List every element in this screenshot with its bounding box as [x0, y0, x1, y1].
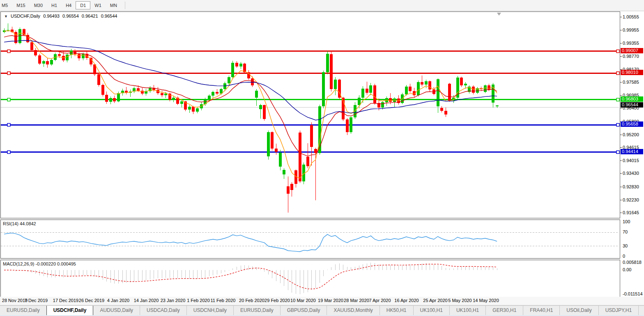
tab-15-dj30-daily[interactable]: DJ30,Daily: [638, 306, 644, 316]
level-handle-right[interactable]: [616, 72, 619, 75]
rsi-name: RSI(14): [3, 221, 18, 226]
macd-panel[interactable]: [0, 260, 620, 297]
ohlc-open: 0.96493: [43, 14, 60, 18]
tab-7-xauusd-monthly[interactable]: XAUUSD,Monthly: [327, 306, 379, 316]
price-axis[interactable]: 1.005550.999550.993550.987700.981700.975…: [620, 11, 644, 297]
candle-body: [208, 96, 211, 99]
price-tick-mark: [620, 108, 622, 108]
tab-13-usoil-daily[interactable]: USOil,Daily: [559, 306, 598, 316]
candle-body: [279, 153, 282, 167]
timeframe-button-h4[interactable]: H4: [61, 1, 76, 9]
price-label-0.98010: 0.98010: [621, 70, 643, 75]
tab-1-usdchf-daily[interactable]: USDCHF,Daily: [46, 306, 94, 316]
candle-body: [223, 83, 226, 89]
tab-4-usdcnh-daily[interactable]: USDCNH,Daily: [186, 306, 233, 316]
candle-body: [50, 60, 53, 65]
price-tick: 0.99355: [623, 41, 639, 46]
date-label: 19 Mar 2020: [318, 298, 343, 303]
candle-body: [358, 98, 361, 105]
timeframe-button-m30[interactable]: M30: [30, 1, 47, 9]
timeframe-button-h1[interactable]: H1: [47, 1, 62, 9]
candle-body: [46, 61, 49, 65]
candle-body: [440, 108, 443, 110]
candle-body: [188, 107, 191, 110]
price-label-0.99007: 0.99007: [621, 48, 643, 53]
timeframe-button-mn[interactable]: MN: [106, 1, 122, 9]
macd-indicator-label: MACD(12,26,9) -0.000220 0.000495: [3, 261, 76, 266]
candle-body: [306, 157, 309, 166]
level-handle-right[interactable]: [616, 50, 619, 53]
tab-10-uk100-h1[interactable]: UK100,H1: [449, 306, 485, 316]
candle-body: [326, 54, 329, 73]
candle-body: [322, 72, 325, 106]
chart-title: ▼ USDCHF,Daily 0.96493 0.96554 0.96421 0…: [4, 14, 119, 18]
candle-body: [330, 54, 333, 89]
tab-0-eurusd-daily[interactable]: EURUSD,Daily: [0, 306, 46, 316]
level-handle-left[interactable]: [7, 98, 10, 101]
rsi-axis-label: 70: [623, 229, 628, 234]
candle-body: [58, 54, 61, 56]
tab-11-ger30-h1[interactable]: GER30,H1: [485, 306, 523, 316]
chart-symbol-label: USDCHF,Daily: [11, 14, 40, 18]
candle-body: [117, 93, 120, 101]
tab-2-audusd-daily[interactable]: AUDUSD,Daily: [93, 306, 140, 316]
tab-3-usdcad-daily[interactable]: USDCAD,Daily: [140, 306, 186, 316]
date-label: 11 Feb 2020: [211, 298, 236, 303]
date-axis[interactable]: 28 Nov 20197 Dec 201917 Dec 201926 Dec 2…: [0, 297, 644, 305]
date-label: 16 Apr 2020: [394, 298, 419, 303]
level-handle-left[interactable]: [7, 151, 10, 153]
macd-axis-label: 0.00: [623, 267, 631, 272]
tab-14-usdjpy-h1[interactable]: USDJPY,H1: [598, 306, 638, 316]
tab-9-uk100-h1[interactable]: UK100,H1: [413, 306, 449, 316]
main-chart-panel[interactable]: [0, 11, 620, 218]
candle-body: [137, 88, 140, 90]
macd-name: MACD(12,26,9): [3, 261, 34, 266]
candle-body: [66, 55, 69, 60]
level-handle-left[interactable]: [7, 50, 10, 53]
candle-body: [275, 149, 278, 152]
tab-6-gbpusd-daily[interactable]: GBPUSD,Daily: [280, 306, 327, 316]
candle-body: [267, 132, 270, 156]
level-handle-right[interactable]: [616, 124, 619, 126]
candle-body: [381, 102, 384, 107]
candle-body: [290, 184, 293, 190]
price-tick-mark: [620, 43, 622, 44]
candle-body: [74, 50, 76, 54]
date-label: 23 Jan 2020: [161, 298, 186, 303]
price-tick: 1.00555: [623, 14, 639, 19]
tab-5-eurusd-daily[interactable]: EURUSD,Daily: [233, 306, 280, 316]
ohlc-close: 0.96544: [101, 14, 117, 18]
timeframe-button-m5[interactable]: M5: [0, 1, 12, 9]
tab-12-fra40-h1[interactable]: FRA40,H1: [523, 306, 559, 316]
date-label: 14 Jan 2020: [134, 298, 159, 303]
timeframe-button-d1[interactable]: D1: [76, 1, 90, 9]
level-handle-left[interactable]: [7, 72, 10, 75]
candle-body: [409, 87, 412, 91]
level-handle-left[interactable]: [7, 124, 10, 126]
candle-body: [216, 92, 218, 94]
candle-body: [251, 78, 254, 85]
price-tick: 0.93430: [623, 171, 639, 176]
candle-body: [444, 111, 447, 115]
level-handle-right[interactable]: [616, 98, 619, 101]
candle-body: [283, 170, 285, 174]
level-handle-right[interactable]: [616, 151, 619, 153]
timeframe-button-m15[interactable]: M15: [12, 1, 30, 9]
price-tick-mark: [620, 95, 622, 96]
one-click-trading-toggle[interactable]: ▼: [4, 14, 8, 18]
candle-body: [310, 125, 313, 147]
rsi-axis-label: 30: [623, 243, 628, 248]
date-label: 5 May 2020: [448, 298, 472, 303]
price-label-0.95658: 0.95658: [621, 121, 643, 127]
price-tick-mark: [620, 213, 622, 213]
candle-body: [389, 98, 392, 102]
price-label-0.94414: 0.94414: [621, 149, 643, 154]
tab-8-hk50-h1[interactable]: HK50,H1: [380, 306, 413, 316]
candle-body: [350, 117, 352, 132]
candle-body: [113, 98, 116, 102]
rsi-panel[interactable]: [0, 220, 620, 259]
price-tick-mark: [620, 56, 622, 57]
candle-body: [437, 79, 439, 106]
timeframe-button-w1[interactable]: W1: [90, 1, 106, 9]
terminal-window: M5M15M30H1H4D1W1MN ▼ USDCHF,Daily 0.9649…: [0, 0, 644, 316]
